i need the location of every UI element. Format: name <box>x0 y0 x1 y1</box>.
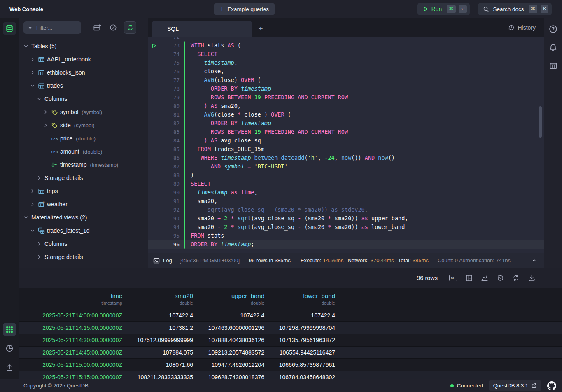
tree-item-tables-5-[interactable]: Tables (5) <box>19 40 148 53</box>
grid-icon-button[interactable] <box>3 323 16 336</box>
code-line-85[interactable]: 85 FROM trades_OHLC_15m <box>148 145 544 154</box>
collapse-log-button[interactable] <box>531 257 537 264</box>
chevron-right-icon[interactable] <box>35 254 43 260</box>
search-docs-button[interactable]: Search docs ⌘ K <box>478 3 552 15</box>
code-line-90[interactable]: 90 timestamp as time, <box>148 188 544 197</box>
chevron-right-icon[interactable] <box>28 70 37 75</box>
code-line-91[interactable]: 91 sma20, <box>148 197 544 205</box>
history-button[interactable]: History <box>508 24 536 31</box>
add-table-button[interactable] <box>91 22 103 33</box>
chevron-right-icon[interactable] <box>28 201 37 207</box>
tree-item-weather[interactable]: weather <box>19 198 148 211</box>
run-button[interactable]: Run ⌘ ↵ <box>417 3 470 15</box>
code-line-84[interactable]: 84 ) AS avg_close_sq <box>148 136 544 145</box>
code-line-86[interactable]: 86 WHERE timestamp between dateadd('h', … <box>148 154 544 162</box>
table-row[interactable]: 2025-05-21T15:00:00.000000Z108071.661094… <box>19 359 562 371</box>
line-number: 78 <box>160 86 180 92</box>
tree-item-columns[interactable]: Columns <box>19 237 148 250</box>
code-line-89[interactable]: 89SELECT <box>148 180 544 188</box>
code-line-96[interactable]: 96ORDER BY timestamp; <box>148 240 544 249</box>
chevron-right-icon[interactable] <box>28 188 37 194</box>
tree-item-side[interactable]: side(symbol) <box>19 119 148 132</box>
tree-item-aapl-orderbook[interactable]: AAPL_orderbook <box>19 53 148 66</box>
code-line-83[interactable]: 83 ROWS BETWEEN 19 PRECEDING AND CURRENT… <box>148 128 544 136</box>
tree-item-storage-details[interactable]: Storage details <box>19 250 148 264</box>
tree-item-storage-details[interactable]: Storage details <box>19 171 148 184</box>
tree-item-columns[interactable]: Columns <box>19 92 148 105</box>
column-header-upper_band[interactable]: upper_banddouble <box>197 288 268 310</box>
code-line-72[interactable]: 72 <box>148 37 544 41</box>
code-line-81[interactable]: 81 AVG(close * close ) OVER ( <box>148 110 544 119</box>
tab-sql[interactable]: SQL <box>152 21 252 37</box>
grid-layout-icon-button[interactable] <box>464 273 474 283</box>
chevron-right-icon[interactable] <box>42 122 50 128</box>
refresh-icon-button[interactable] <box>511 273 521 283</box>
column-header-time[interactable]: timetimestamp <box>19 288 126 310</box>
editor-scrollbar[interactable] <box>539 106 542 138</box>
tree-item-materialized-views-2-[interactable]: Materialized views (2) <box>19 211 148 224</box>
tree-item-timestamp[interactable]: timestamp(timestamp) <box>19 158 148 171</box>
code-line-78[interactable]: 78 ORDER BY timestamp <box>148 84 544 93</box>
chevron-right-icon[interactable] <box>28 56 37 62</box>
code-line-94[interactable]: 94 sma20 - 2 * sqrt(avg_close_sq - (sma2… <box>148 223 544 231</box>
chart-icon-button[interactable] <box>480 273 490 283</box>
chevron-down-icon[interactable] <box>28 228 37 233</box>
run-line-button[interactable] <box>148 43 160 48</box>
check-circle-button[interactable] <box>107 22 119 33</box>
code-line-79[interactable]: 79 ROWS BETWEEN 19 PRECEDING AND CURRENT… <box>148 93 544 102</box>
code-line-73[interactable]: 73WITH stats AS ( <box>148 41 544 50</box>
filter-input[interactable] <box>23 21 81 34</box>
column-header-lower_band[interactable]: lower_banddouble <box>268 288 339 310</box>
chevron-right-icon[interactable] <box>35 241 43 247</box>
download-icon-button[interactable] <box>527 273 536 283</box>
table-row[interactable]: 2025-05-21T14:30:00.000000Z107512.099999… <box>19 334 562 347</box>
chevron-down-icon[interactable] <box>28 83 37 89</box>
help-icon-button[interactable] <box>549 25 557 33</box>
version-badge[interactable]: QuestDB 8.3.1 <box>489 380 541 391</box>
database-icon[interactable] <box>3 22 16 35</box>
tree-item-trades[interactable]: trades <box>19 79 148 92</box>
code-line-88[interactable]: 88) <box>148 171 544 180</box>
chevron-right-icon[interactable] <box>42 109 50 115</box>
tables-panel-icon-button[interactable] <box>549 62 557 70</box>
chevron-down-icon[interactable] <box>22 43 30 49</box>
notifications-icon-button[interactable] <box>549 43 557 52</box>
code-line-80[interactable]: 80 ) AS sma20, <box>148 102 544 110</box>
tree-item-base-tables[interactable]: Base tables <box>19 264 148 268</box>
refresh-schema-button[interactable] <box>124 21 136 34</box>
pie-chart-icon-button[interactable] <box>3 342 16 355</box>
code-line-76[interactable]: 76 close, <box>148 67 544 76</box>
tree-item-trips[interactable]: trips <box>19 184 148 198</box>
line-number: 90 <box>160 189 180 196</box>
tree-item-trades-latest-1d[interactable]: trades_latest_1d <box>19 224 148 237</box>
chevron-down-icon[interactable] <box>22 215 30 220</box>
tree-item-price[interactable]: 123price(double) <box>19 132 148 145</box>
upload-icon-button[interactable] <box>3 361 16 374</box>
filter-text-field[interactable] <box>36 25 77 31</box>
code-line-95[interactable]: 95FROM stats <box>148 231 544 240</box>
chevron-down-icon[interactable] <box>35 96 43 102</box>
table-row[interactable]: 2025-05-21T14:15:00.000000Z107381.210746… <box>19 322 562 334</box>
github-icon[interactable] <box>547 381 556 390</box>
log-metric: Total:385ms <box>398 257 429 264</box>
new-tab-button[interactable]: + <box>252 21 269 37</box>
code-line-77[interactable]: 77 AVG(close) OVER ( <box>148 76 544 84</box>
markdown-icon-button[interactable]: M↓ <box>448 273 458 283</box>
code-line-82[interactable]: 82 ORDER BY timestamp <box>148 119 544 128</box>
example-queries-button[interactable]: + Example queries <box>214 3 275 15</box>
table-row[interactable]: 2025-05-21T15:15:00.000000Z108211.283333… <box>19 371 562 379</box>
code-line-93[interactable]: 93 sma20 + 2 * sqrt(avg_close_sq - (sma2… <box>148 214 544 223</box>
tree-item-symbol[interactable]: symbol(symbol) <box>19 105 148 119</box>
table-row[interactable]: 2025-05-21T14:00:00.000000Z107422.410742… <box>19 310 562 322</box>
tree-item-ethblocks-json[interactable]: ethblocks_json <box>19 66 148 79</box>
chevron-right-icon[interactable] <box>35 175 43 181</box>
code-line-75[interactable]: 75 timestamp, <box>148 58 544 67</box>
table-row[interactable]: 2025-05-21T14:45:00.000000Z107884.075109… <box>19 347 562 359</box>
tree-item-amount[interactable]: 123amount(double) <box>19 145 148 158</box>
code-editor[interactable]: 7273WITH stats AS (74 SELECT75 timestamp… <box>148 37 544 253</box>
code-line-92[interactable]: 92 -- sqrt(avg_close_sq - (sma20 * sma20… <box>148 205 544 214</box>
code-line-87[interactable]: 87 AND symbol = 'BTC-USDT' <box>148 162 544 171</box>
code-line-74[interactable]: 74 SELECT <box>148 50 544 58</box>
restore-icon-button[interactable] <box>495 273 505 283</box>
column-header-sma20[interactable]: sma20double <box>126 288 197 310</box>
